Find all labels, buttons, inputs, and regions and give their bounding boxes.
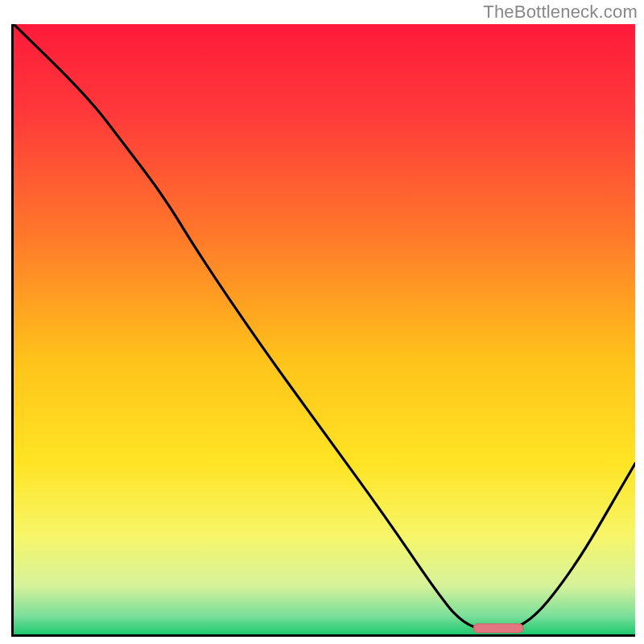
- optimal-marker: [14, 24, 635, 634]
- watermark-text: TheBottleneck.com: [483, 2, 638, 23]
- chart-container: TheBottleneck.com: [0, 0, 644, 644]
- svg-rect-1: [473, 624, 523, 633]
- plot-area: [11, 24, 635, 637]
